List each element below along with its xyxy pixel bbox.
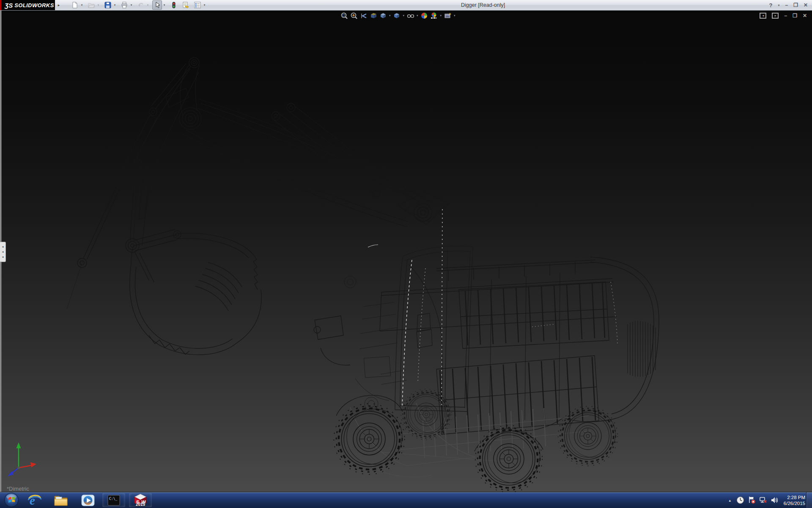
display-style-button[interactable] bbox=[392, 11, 402, 20]
media-player-button[interactable] bbox=[80, 494, 96, 507]
print-dropdown[interactable]: ▾ bbox=[129, 3, 133, 7]
solidworks-logo-mark: ƷS bbox=[5, 2, 13, 9]
machinery-detail-group bbox=[344, 276, 407, 411]
new-document-icon bbox=[71, 2, 78, 8]
previous-view-icon bbox=[360, 12, 368, 19]
edit-appearance-button[interactable] bbox=[420, 11, 429, 20]
undercarriage-group bbox=[350, 403, 590, 477]
view-settings-icon bbox=[444, 12, 452, 19]
solidworks-taskbar-button[interactable]: S W 2015 bbox=[129, 493, 152, 507]
restore-button[interactable]: ❐ bbox=[793, 2, 798, 8]
select-cursor-icon bbox=[154, 2, 161, 8]
pane-right-icon[interactable]: ▸ bbox=[772, 13, 779, 19]
solidworks-year-label: 2015 bbox=[129, 502, 152, 507]
undo-dropdown[interactable]: ▾ bbox=[146, 3, 150, 7]
panel-collapse-tab[interactable]: ◂ ◂ ◂ bbox=[0, 242, 6, 262]
window-controls: ? ▾ – ❐ ✕ bbox=[769, 0, 808, 10]
taskbar-clock[interactable]: 2:28 PM 6/26/2015 bbox=[784, 494, 805, 506]
open-document-dropdown[interactable]: ▾ bbox=[96, 3, 100, 7]
boom-group bbox=[130, 58, 440, 246]
save-dropdown[interactable]: ▾ bbox=[113, 3, 117, 7]
view-orientation-button[interactable] bbox=[378, 11, 388, 20]
volume-icon[interactable] bbox=[771, 496, 779, 504]
zoom-to-area-button[interactable] bbox=[349, 11, 359, 20]
view-settings-button[interactable] bbox=[443, 11, 453, 20]
apply-scene-dropdown[interactable]: ▾ bbox=[440, 14, 442, 17]
collapse-arrow-icon: ◂ bbox=[2, 255, 4, 259]
close-button[interactable]: ✕ bbox=[804, 2, 808, 8]
save-button[interactable] bbox=[103, 0, 112, 10]
apply-scene-button[interactable] bbox=[429, 11, 439, 20]
taskbar: e C:\_ bbox=[0, 492, 812, 508]
new-document-dropdown[interactable]: ▾ bbox=[80, 3, 84, 7]
open-folder-icon bbox=[88, 2, 95, 8]
file-explorer-button[interactable] bbox=[52, 494, 69, 507]
select-button[interactable] bbox=[152, 0, 162, 10]
document-window-controls: ◂ ▸ – ❐ ✕ bbox=[760, 13, 807, 19]
folder-icon bbox=[54, 494, 68, 507]
document-restore-button[interactable]: ❐ bbox=[793, 13, 797, 19]
eyeglasses-icon bbox=[407, 12, 414, 19]
svg-text:C:\_: C:\_ bbox=[109, 497, 117, 501]
document-close-button[interactable]: ✕ bbox=[803, 13, 807, 19]
open-document-button[interactable] bbox=[86, 0, 96, 10]
bucket-cylinder-group bbox=[67, 64, 190, 309]
appearance-sphere-icon bbox=[420, 12, 428, 19]
orientation-triad bbox=[6, 442, 38, 477]
title-bar: ƷS SOLIDWORKS ▸ ▾ ▾ ▾ ▾ ▾ ▾ bbox=[0, 0, 812, 11]
section-view-icon bbox=[370, 12, 377, 19]
view-orientation-label: *Dimetric bbox=[7, 486, 29, 492]
standard-toolbar: ▾ ▾ ▾ ▾ ▾ ▾ ▾ bbox=[68, 0, 207, 10]
solidworks-logo: ƷS SOLIDWORKS bbox=[0, 0, 55, 10]
view-orientation-icon bbox=[379, 12, 387, 19]
bucket-group bbox=[130, 233, 261, 355]
system-tray: ▴ 2:28 PM 6/26/2015 bbox=[727, 492, 805, 508]
network-status-icon[interactable] bbox=[759, 496, 767, 504]
clock-time: 2:28 PM bbox=[784, 494, 805, 500]
document-minimize-button[interactable]: – bbox=[784, 13, 787, 19]
options-checklist-icon bbox=[194, 2, 201, 8]
graphics-area[interactable]: ▾ ▾ ▾ ▾ ▾ ◂ ▸ – ❐ ✕ bbox=[0, 10, 812, 492]
command-prompt-icon: C:\_ bbox=[107, 495, 120, 506]
undo-button[interactable] bbox=[136, 0, 145, 10]
undo-icon bbox=[137, 2, 144, 8]
display-style-dropdown[interactable]: ▾ bbox=[403, 14, 405, 17]
options-dropdown[interactable]: ▾ bbox=[203, 3, 206, 7]
command-prompt-button[interactable]: C:\_ bbox=[102, 493, 125, 507]
clock-tray-icon[interactable] bbox=[736, 496, 744, 504]
file-properties-button[interactable] bbox=[181, 0, 190, 10]
save-floppy-icon bbox=[104, 2, 111, 8]
options-button[interactable] bbox=[192, 0, 202, 10]
internet-explorer-button[interactable]: e bbox=[26, 494, 43, 507]
solidworks-logo-text: SOLIDWORKS bbox=[14, 2, 54, 8]
action-center-flag-icon[interactable] bbox=[748, 496, 756, 504]
clock-date: 6/26/2015 bbox=[784, 500, 805, 506]
select-dropdown[interactable]: ▾ bbox=[162, 3, 166, 7]
help-button[interactable]: ? bbox=[769, 2, 773, 8]
wireframe-model[interactable] bbox=[0, 10, 812, 492]
hide-show-items-button[interactable] bbox=[406, 11, 415, 20]
file-properties-icon bbox=[182, 2, 189, 8]
show-hidden-icons-button[interactable]: ▴ bbox=[727, 498, 733, 502]
apply-scene-icon bbox=[430, 12, 438, 19]
pane-left-icon[interactable]: ◂ bbox=[760, 13, 766, 19]
zoom-to-fit-icon bbox=[340, 12, 348, 19]
view-settings-dropdown[interactable]: ▾ bbox=[454, 14, 455, 17]
view-orientation-dropdown[interactable]: ▾ bbox=[389, 14, 391, 17]
section-view-button[interactable] bbox=[368, 11, 378, 20]
hide-show-items-dropdown[interactable]: ▾ bbox=[417, 14, 418, 17]
show-desktop-button[interactable] bbox=[806, 492, 812, 508]
rebuild-button[interactable] bbox=[169, 0, 178, 10]
help-dropdown[interactable]: ▾ bbox=[778, 3, 779, 7]
document-title: Digger [Read-only] bbox=[461, 2, 505, 8]
zoom-to-fit-button[interactable] bbox=[339, 11, 349, 20]
start-button[interactable] bbox=[3, 492, 19, 508]
previous-view-button[interactable] bbox=[359, 11, 368, 20]
menu-flyout-arrow[interactable]: ▸ bbox=[56, 2, 61, 8]
print-button[interactable] bbox=[119, 0, 129, 10]
internet-explorer-icon: e bbox=[27, 493, 42, 508]
windows-start-orb-icon bbox=[4, 492, 19, 508]
new-document-button[interactable] bbox=[70, 0, 80, 10]
traffic-light-icon bbox=[170, 2, 177, 8]
minimize-button[interactable]: – bbox=[785, 2, 788, 8]
